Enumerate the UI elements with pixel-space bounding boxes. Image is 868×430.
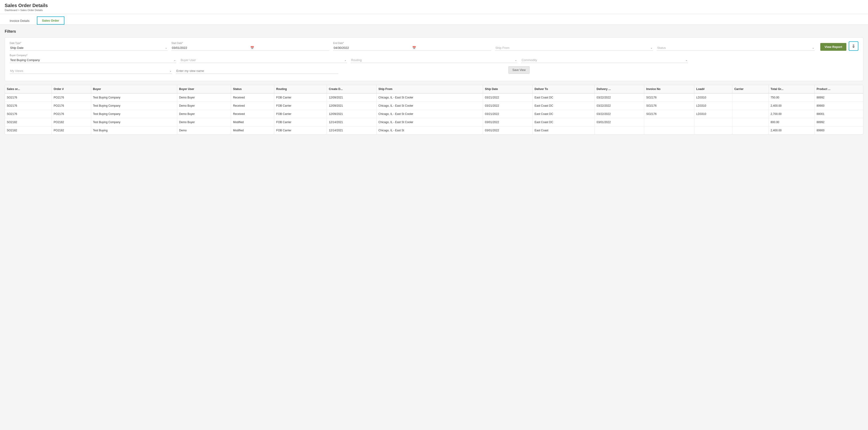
table-cell: Demo Buyer [177,102,231,110]
table-cell: 89900 [815,102,863,110]
ship-from-select[interactable]: Ship From ⌄ [495,45,653,51]
my-views-select[interactable]: My Views ⌄ [10,68,172,74]
table-body: SO2176PO2176Test Buying CompanyDemo Buye… [5,93,863,134]
tab-sales-order[interactable]: Sales Order [37,17,64,25]
table-cell: PO2176 [52,102,91,110]
view-report-button[interactable]: View Report [820,43,846,51]
table-cell: Chicago, IL - East St [376,126,483,135]
table-cell: FOB Carrier [274,126,327,135]
table-cell: 03/01/2022 [483,118,533,126]
table-cell [733,118,769,126]
table-cell: 03/22/2022 [595,93,644,102]
col-carrier: Carrier [733,85,769,93]
end-date-calendar-icon[interactable]: 📅 [412,46,491,50]
download-icon: ⇓ [851,43,856,49]
table-cell [733,102,769,110]
table-cell: East Coast DC [533,110,595,118]
table-cell: Chicago, IL - East St Cooler [376,110,483,118]
my-views-filter: My Views ⌄ [10,67,172,74]
table-cell: 88001 [815,110,863,118]
table-cell: Received [231,102,274,110]
col-ship-date: Ship Date [483,85,533,93]
table-cell: PO2176 [52,93,91,102]
buyer-company-label: Buyer Company* [10,54,176,57]
chevron-down-icon: ⌄ [515,59,517,62]
view-name-filter [176,67,338,74]
table-cell: 12/14/2021 [327,126,376,135]
col-sales-order: Sales or... [5,85,52,93]
table-cell: SO2176 [644,102,694,110]
chevron-down-icon: ⌄ [685,59,687,62]
page-header: Sales Order Details Dashboard > Sales Or… [0,0,868,14]
table-cell: SO2176 [5,93,52,102]
table-cell: Demo Buyer [177,118,231,126]
table-cell: 2,400.00 [769,102,815,110]
col-buyer-user: Buyer User [177,85,231,93]
table-row: SO2182PO2182Test Buying CompanyDemo Buye… [5,118,863,126]
table-cell: FOB Carrier [274,93,327,102]
end-date-label: End Date* [333,42,491,44]
buyer-company-select[interactable]: Test Buying Company ⌄ [10,57,176,63]
filter-row-3: My Views ⌄ Save View [10,66,858,74]
date-type-label: Date Type* [10,42,167,44]
table-header: Sales or... Order # Buyer Buyer User Sta… [5,85,863,93]
tabs-section: Invoice Details Sales Order [0,14,868,25]
table-cell: 03/01/2022 [483,126,533,135]
table-cell: PO2176 [52,110,91,118]
start-date-calendar-icon[interactable]: 📅 [250,46,329,50]
table-cell: 03/21/2022 [483,110,533,118]
table-cell [644,126,694,135]
table-cell: SO2176 [5,110,52,118]
status-filter: Status ⌄ [657,44,815,51]
data-table-wrap: Sales or... Order # Buyer Buyer User Sta… [5,85,863,135]
table-cell: 750.00 [769,93,815,102]
table-cell: PO2182 [52,126,91,135]
table-row: SO2182PO2182Test BuyingDemoModifiedFOB C… [5,126,863,135]
table-cell: 03/22/2022 [595,102,644,110]
table-cell: Received [231,110,274,118]
view-name-input[interactable] [176,68,338,74]
chevron-down-icon: ⌄ [174,59,176,62]
table-cell: 800.00 [769,118,815,126]
col-buyer: Buyer [91,85,177,93]
col-product: Product ... [815,85,863,93]
table-cell: Test Buying Company [91,102,177,110]
status-select[interactable]: Status ⌄ [657,45,815,51]
save-view-wrap: Save View [508,66,530,74]
table-cell: Test Buying Company [91,118,177,126]
col-load: Load# [694,85,733,93]
chevron-down-icon: ⌄ [650,46,652,49]
header-row: Sales or... Order # Buyer Buyer User Sta… [5,85,863,93]
tab-invoice[interactable]: Invoice Details [5,17,35,25]
table-cell: Chicago, IL - East St Cooler [376,118,483,126]
table-cell: Modified [231,118,274,126]
table-cell: Demo Buyer [177,110,231,118]
table-cell: Test Buying Company [91,110,177,118]
table-cell: PO2182 [52,118,91,126]
filter-row-2: Buyer Company* Test Buying Company ⌄ Buy… [10,54,858,63]
date-type-filter: Date Type* Ship Date ⌄ [10,42,167,51]
table-cell: 03/01/2022 [595,118,644,126]
save-view-button[interactable]: Save View [508,66,530,74]
buyer-user-select[interactable]: Buyer User ⌄ [180,57,347,63]
commodity-select[interactable]: Commodity ⌄ [521,57,688,63]
table-cell: 2,700.00 [769,110,815,118]
table-cell: Demo Buyer [177,93,231,102]
download-button[interactable]: ⇓ [849,41,858,51]
table-cell: SO2182 [5,118,52,126]
buyer-company-filter: Buyer Company* Test Buying Company ⌄ [10,54,176,63]
chevron-down-icon: ⌄ [169,69,172,72]
date-type-select[interactable]: Ship Date ⌄ [10,45,167,51]
routing-select[interactable]: Routing ⌄ [351,57,517,63]
table-cell: Test Buying Company [91,93,177,102]
data-table: Sales or... Order # Buyer Buyer User Sta… [5,85,863,134]
table-cell: 12/14/2021 [327,118,376,126]
commodity-filter: Commodity ⌄ [521,57,688,63]
table-cell [644,118,694,126]
table-cell: East Coast [533,126,595,135]
col-delivery-date: Delivery ... [595,85,644,93]
breadcrumb: Dashboard > Sales Order Details [5,9,863,11]
table-cell: East Coast DC [533,93,595,102]
table-cell: LD3310 [694,102,733,110]
table-cell: SO2176 [644,93,694,102]
